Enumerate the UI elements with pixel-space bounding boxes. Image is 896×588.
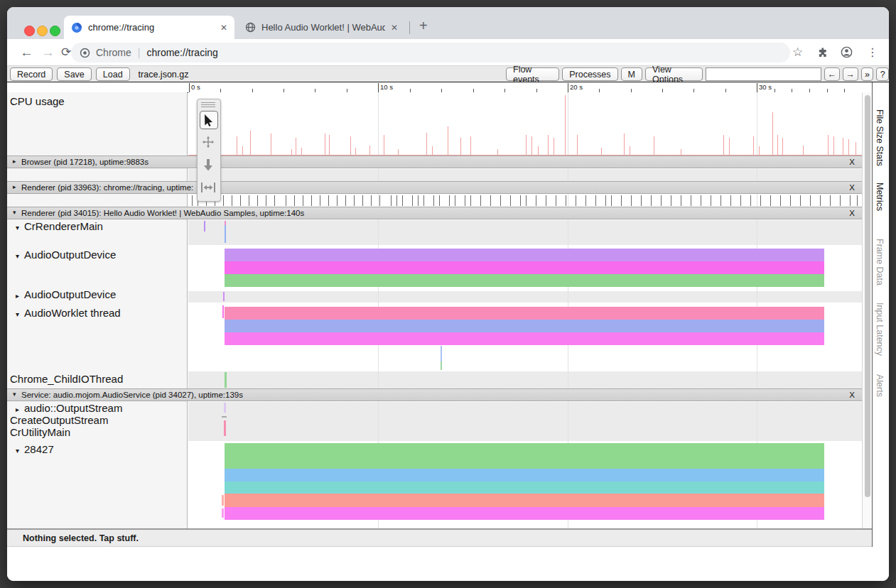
metrics-button[interactable]: M xyxy=(621,67,642,81)
tab-close-icon[interactable]: ✕ xyxy=(220,23,227,33)
save-button[interactable]: Save xyxy=(57,67,92,81)
selection-status-text: Nothing selected. Tap stuff. xyxy=(23,533,139,543)
tab-title: Hello Audio Worklet! | WebAud xyxy=(261,22,385,33)
extensions-puzzle-icon[interactable] xyxy=(817,39,829,65)
cpu-usage-label: CPU usage xyxy=(10,95,65,107)
section-title: Renderer (pid 34015): Hello Audio Workle… xyxy=(21,209,846,217)
move-arrows-icon xyxy=(202,136,215,148)
analysis-panel xyxy=(7,547,889,581)
triangle-right-icon[interactable]: ▸ xyxy=(16,292,19,300)
tab-close-icon[interactable]: ✕ xyxy=(391,23,398,33)
find-input[interactable] xyxy=(706,67,821,81)
thread-label[interactable]: ▸AudioOutputDevice xyxy=(16,288,116,300)
triangle-down-icon[interactable]: ▾ xyxy=(16,252,19,260)
tracing-favicon-icon xyxy=(71,22,82,33)
timeline-ruler xyxy=(7,82,872,93)
thread-label[interactable]: Chrome_ChildIOThread xyxy=(10,373,123,385)
url-text: chrome://tracing xyxy=(146,47,217,58)
menu-dots-icon[interactable]: ⋮ xyxy=(867,39,878,65)
minimize-window-button[interactable] xyxy=(37,26,48,36)
triangle-right-icon[interactable]: ▸ xyxy=(13,158,16,165)
vertical-scrollbar xyxy=(862,92,872,528)
record-button[interactable]: Record xyxy=(10,67,53,81)
palette-grip[interactable] xyxy=(201,102,215,108)
tab-webaudio[interactable]: Hello Audio Worklet! | WebAud ✕ xyxy=(238,16,405,39)
find-previous-button[interactable]: ← xyxy=(824,67,840,81)
processes-button[interactable]: Processes xyxy=(562,67,617,81)
section-title: Service: audio.mojom.AudioService (pid 3… xyxy=(21,391,846,399)
drawer-tab-frame-data[interactable]: Frame Data xyxy=(875,239,885,285)
thread-label-text: audio::OutputStream xyxy=(24,402,122,414)
globe-icon xyxy=(245,22,256,33)
omnibox-separator: | xyxy=(138,47,141,58)
thread-label-text: CreateOutputStream xyxy=(10,414,108,426)
view-options-button[interactable]: View Options xyxy=(645,67,703,81)
section-close-button[interactable]: X xyxy=(849,183,855,192)
thread-label-text: CrUtilityMain xyxy=(10,426,70,438)
thread-label[interactable]: CrUtilityMain xyxy=(10,426,70,438)
forward-icon[interactable]: → xyxy=(41,39,55,65)
profile-avatar-icon[interactable] xyxy=(840,39,853,65)
thread-label[interactable]: CreateOutputStream xyxy=(10,414,108,426)
thread-label[interactable]: ▾CrRendererMain xyxy=(16,220,103,232)
section-close-button[interactable]: X xyxy=(849,209,855,217)
thread-label-text: AudioOutputDevice xyxy=(24,288,116,300)
find-next-button[interactable]: → xyxy=(843,67,858,81)
triangle-right-icon[interactable]: ▸ xyxy=(16,405,19,413)
thread-label-text: CrRendererMain xyxy=(24,220,103,232)
scrollbar-thumb[interactable] xyxy=(865,95,870,497)
flow-events-button[interactable]: Flow events xyxy=(506,67,559,81)
chrome-badge-icon xyxy=(80,48,90,58)
pan-tool-button[interactable] xyxy=(200,134,217,151)
process-section-header[interactable]: ▾Renderer (pid 34015): Hello Audio Workl… xyxy=(7,207,862,219)
triangle-down-icon[interactable]: ▾ xyxy=(16,224,19,232)
triangle-down-icon[interactable]: ▾ xyxy=(13,391,16,398)
section-close-button[interactable]: X xyxy=(849,391,855,399)
help-button[interactable]: ? xyxy=(876,67,889,81)
process-section-header[interactable]: ▾Service: audio.mojom.AudioService (pid … xyxy=(7,388,862,401)
back-icon[interactable]: ← xyxy=(20,39,33,65)
trace-filename: trace.json.gz xyxy=(139,70,189,80)
zoom-tool-button[interactable] xyxy=(200,156,217,173)
cursor-arrow-icon xyxy=(204,114,215,126)
triangle-down-icon[interactable]: ▾ xyxy=(16,447,19,454)
new-tab-button[interactable]: + xyxy=(419,18,428,33)
reload-icon[interactable]: ⟳ xyxy=(61,39,71,65)
address-bar: ← → ⟳ Chrome | chrome://tracing ☆ ⋮ xyxy=(7,39,889,65)
section-title: Renderer (pid 33963): chrome://tracing, … xyxy=(21,183,846,192)
omnibox[interactable]: Chrome | chrome://tracing xyxy=(71,43,790,62)
thread-label[interactable]: ▾28427 xyxy=(16,443,54,455)
tracing-toolbar: Record Save Load trace.json.gz Flow even… xyxy=(7,65,889,82)
more-tools-button[interactable]: » xyxy=(861,67,874,81)
thread-label-text: AudioOutputDevice xyxy=(24,249,116,261)
thread-label-text: AudioWorklet thread xyxy=(24,307,121,319)
tab-tracing[interactable]: chrome://tracing ✕ xyxy=(64,16,234,39)
triangle-right-icon[interactable]: ▸ xyxy=(13,183,16,190)
analysis-bar: Nothing selected. Tap stuff. xyxy=(7,528,872,547)
bookmark-star-icon[interactable]: ☆ xyxy=(792,39,803,65)
tab-title: chrome://tracing xyxy=(88,22,215,33)
thread-label[interactable]: ▸audio::OutputStream xyxy=(16,402,122,414)
section-close-button[interactable]: X xyxy=(849,158,855,166)
process-section-header[interactable]: ▸Browser (pid 17218), uptime:9883sX xyxy=(7,156,862,168)
drawer-tab-file-size-stats[interactable]: File Size Stats xyxy=(875,109,885,166)
close-window-button[interactable] xyxy=(24,26,35,36)
drawer-tab-alerts[interactable]: Alerts xyxy=(875,374,885,397)
thread-label[interactable]: ▾AudioOutputDevice xyxy=(16,249,116,261)
timing-tool-button[interactable] xyxy=(200,179,217,196)
horizontal-range-icon xyxy=(201,183,215,192)
side-drawer: File Size Stats Metrics Frame Data Input… xyxy=(872,82,889,575)
drawer-tab-input-latency[interactable]: Input Latency xyxy=(875,303,885,356)
selection-tool-button[interactable] xyxy=(200,111,218,129)
tool-palette xyxy=(197,99,221,202)
triangle-down-icon[interactable]: ▾ xyxy=(13,209,16,216)
tab-strip: chrome://tracing ✕ Hello Audio Worklet! … xyxy=(7,7,889,39)
thread-label[interactable]: ▾AudioWorklet thread xyxy=(16,307,121,319)
drawer-tab-metrics[interactable]: Metrics xyxy=(875,183,885,211)
zoom-window-button[interactable] xyxy=(50,26,60,36)
browser-window: chrome://tracing ✕ Hello Audio Worklet! … xyxy=(7,7,889,581)
triangle-down-icon[interactable]: ▾ xyxy=(16,310,19,318)
load-button[interactable]: Load xyxy=(96,67,130,81)
process-section-header[interactable]: ▸Renderer (pid 33963): chrome://tracing,… xyxy=(7,181,862,194)
vertical-arrow-icon xyxy=(203,158,213,171)
